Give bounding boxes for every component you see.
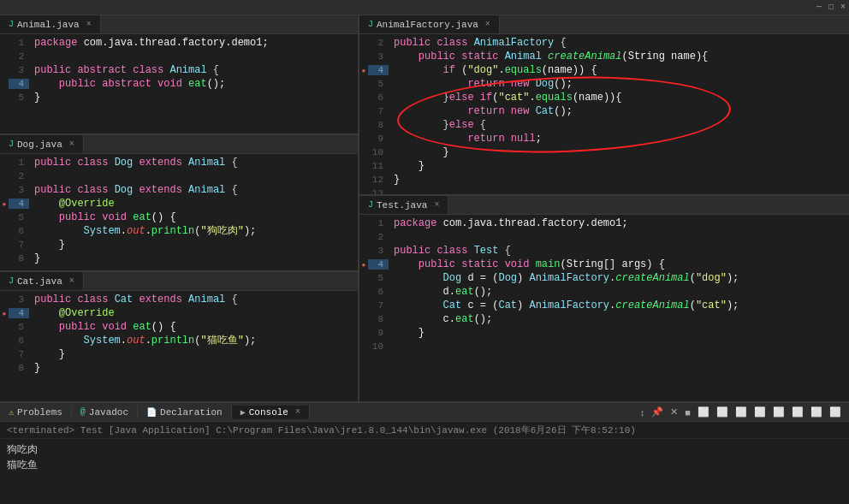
factory-tab-close[interactable]: × [485,20,490,29]
test-code-content: package com.java.thread.factory.demo1; p… [389,215,849,401]
animal-line-3: 3 [0,63,29,77]
close-btn[interactable]: × [840,3,846,12]
declaration-tab[interactable]: 📄 Declaration [138,406,232,419]
cat-editor-pane: J Cat.java × 3 ●4 5 6 7 8 public class C… [0,272,358,401]
factory-code: public class AnimalFactory { public stat… [394,36,844,187]
cat-tab-label: Cat.java [17,276,62,287]
declaration-icon: 📄 [146,407,157,418]
console-tab-close[interactable]: × [295,407,300,417]
cat-code: public class Cat extends Animal { @Overr… [34,293,353,375]
problems-tab[interactable]: ⚠ Problems [0,406,72,419]
test-line-numbers: 1 2 3 ●4 5 6 7 8 9 10 [359,215,389,401]
test-tab-bar: J Test.java × [359,196,849,215]
cat-tab-bar: J Cat.java × [0,272,358,291]
dog-tab-icon: J [9,139,14,149]
test-tab-close[interactable]: × [434,200,439,210]
dog-tab-label: Dog.java [17,139,62,150]
ln-3: 3 [9,65,29,75]
cat-code-area: 3 ●4 5 6 7 8 public class Cat extends An… [0,291,358,401]
window-bar: ─ □ × [0,0,849,15]
factory-code-area: 2 3 ●4 5 6 7 8 9 10 11 12 13 public clas… [359,34,849,194]
javadoc-tab[interactable]: @ Javadoc [72,406,138,419]
factory-tab-icon: J [368,20,373,29]
bottom-panel-header: ⚠ Problems @ Javadoc 📄 Declaration ▶ Con… [0,403,849,422]
factory-editor-pane: J AnimalFactory.java × 2 3 ●4 5 6 7 8 9 … [359,15,849,196]
animal-line-2: 2 [0,50,29,63]
dog-tab[interactable]: J Dog.java × [0,135,84,153]
tb2[interactable]: ⬜ [714,406,731,418]
test-tab-icon: J [368,200,373,210]
dog-code-area: 1 2 3 ●4 5 6 7 8 public class Dog extend… [0,154,358,270]
animal-tab[interactable]: J Animal.java × [0,15,101,33]
minimize-btn[interactable]: ─ [816,3,822,12]
dog-tab-bar: J Dog.java × [0,135,358,154]
console-icon: ▶ [240,407,246,418]
stop-btn[interactable]: ■ [682,406,693,418]
tb4[interactable]: ⬜ [751,406,769,418]
factory-line-numbers: 2 3 ●4 5 6 7 8 9 10 11 12 13 [359,34,389,194]
test-code: package com.java.thread.factory.demo1; p… [394,216,844,340]
ln-4: 4 [9,79,29,89]
problems-icon: ⚠ [9,407,14,418]
pin-btn[interactable]: 📌 [649,406,666,418]
javadoc-tab-label: Javadoc [89,407,128,418]
animal-code-area: 1 2 3 4 5 package com.java.thread.factor… [0,34,358,133]
console-header-text: <terminated> Test [Java Application] C:\… [7,425,636,436]
left-panel: J Animal.java × 1 2 3 4 5 package com.ja… [0,15,359,401]
animal-line-numbers: 1 2 3 4 5 [0,34,29,133]
factory-tab-label: AnimalFactory.java [377,20,478,30]
tb5[interactable]: ⬜ [770,406,787,418]
javadoc-icon: @ [80,407,86,417]
dog-code: public class Dog extends Animal { public… [34,156,353,265]
main-layout: J Animal.java × 1 2 3 4 5 package com.ja… [0,15,849,401]
cat-tab-close[interactable]: × [69,276,74,286]
factory-tab[interactable]: J AnimalFactory.java × [359,15,500,33]
tb8[interactable]: ⬜ [827,406,844,418]
dog-editor-pane: J Dog.java × 1 2 3 ●4 5 6 7 8 public cla [0,135,358,272]
cat-tab-icon: J [9,276,14,286]
factory-tab-bar: J AnimalFactory.java × [359,15,849,34]
scroll-lock-btn[interactable]: ↕ [638,406,648,418]
animal-line-1: 1 [0,36,29,50]
console-line-1: 狗吃肉 [7,442,842,458]
declaration-tab-label: Declaration [160,407,223,418]
ln-1: 1 [9,38,29,48]
console-tab-label: Console [249,407,288,418]
console-tab[interactable]: ▶ Console × [232,406,310,419]
dog-tab-close[interactable]: × [69,139,74,149]
animal-tab-icon: J [9,20,14,29]
test-code-area: 1 2 3 ●4 5 6 7 8 9 10 package com.java.t… [359,215,849,401]
test-editor-pane: J Test.java × 1 2 3 ●4 5 6 7 8 9 10 [359,196,849,401]
cat-line-numbers: 3 ●4 5 6 7 8 [0,291,29,401]
animal-editor-pane: J Animal.java × 1 2 3 4 5 package com.ja… [0,15,358,135]
console-output: 狗吃肉 猫吃鱼 [0,439,849,477]
tb1[interactable]: ⬜ [695,406,712,418]
ln-2: 2 [9,51,29,62]
dog-code-content: public class Dog extends Animal { public… [29,154,358,270]
clear-btn[interactable]: ✕ [668,406,680,418]
maximize-btn[interactable]: □ [828,3,834,12]
animal-tab-label: Animal.java [17,20,80,30]
test-tab[interactable]: J Test.java × [359,196,448,214]
tb7[interactable]: ⬜ [808,406,825,418]
tb6[interactable]: ⬜ [789,406,806,418]
dog-line-numbers: 1 2 3 ●4 5 6 7 8 [0,154,29,270]
bottom-panel: ⚠ Problems @ Javadoc 📄 Declaration ▶ Con… [0,401,849,504]
animal-code-content: package com.java.thread.factory.demo1; p… [29,34,358,133]
right-panel: J AnimalFactory.java × 2 3 ●4 5 6 7 8 9 … [359,15,849,401]
console-header: <terminated> Test [Java Application] C:\… [0,422,849,439]
bottom-tabs-container: ⚠ Problems @ Javadoc 📄 Declaration ▶ Con… [0,406,638,419]
tb3[interactable]: ⬜ [733,406,750,418]
ln-5: 5 [9,92,29,103]
problems-tab-label: Problems [17,407,62,418]
console-line-2: 猫吃鱼 [7,458,842,473]
animal-line-5: 5 [0,91,29,104]
animal-tab-bar: J Animal.java × [0,15,358,34]
animal-line-4: 4 [0,77,29,91]
animal-code: package com.java.thread.factory.demo1; p… [34,36,353,104]
bottom-toolbar: ↕ 📌 ✕ ■ ⬜ ⬜ ⬜ ⬜ ⬜ ⬜ ⬜ ⬜ [638,406,849,418]
test-tab-label: Test.java [377,200,427,210]
animal-tab-close[interactable]: × [86,20,92,29]
factory-code-content: public class AnimalFactory { public stat… [389,34,849,194]
cat-tab[interactable]: J Cat.java × [0,272,84,290]
